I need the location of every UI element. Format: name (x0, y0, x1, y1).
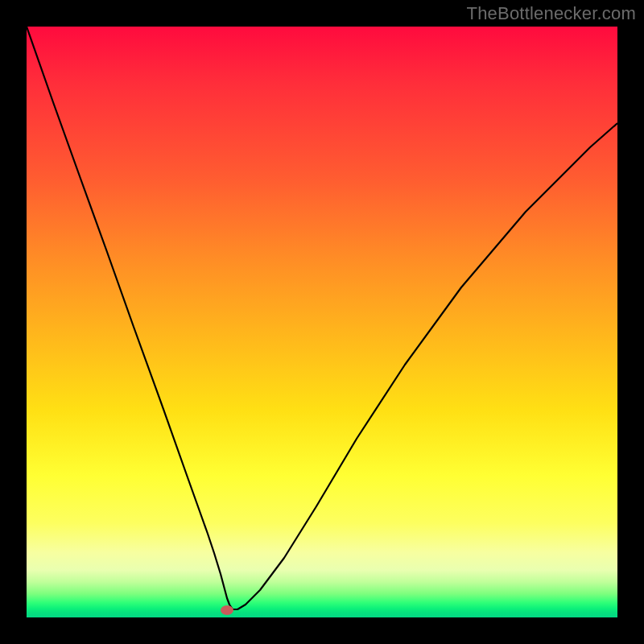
optimum-marker (221, 605, 233, 615)
plot-area (27, 27, 617, 617)
bottleneck-curve (27, 27, 617, 617)
watermark-text: TheBottlenecker.com (467, 3, 636, 24)
curve-path (27, 27, 617, 609)
chart-frame: TheBottlenecker.com (0, 0, 644, 644)
